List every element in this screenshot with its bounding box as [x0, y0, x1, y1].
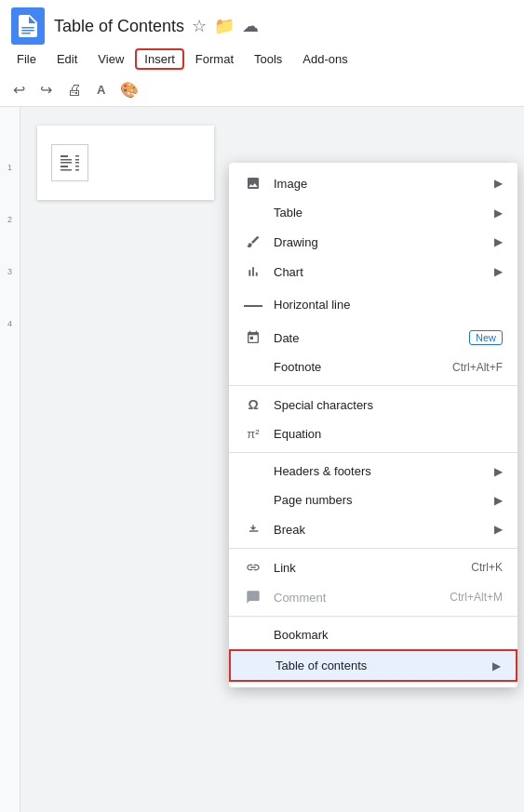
comment-icon: [244, 590, 262, 605]
footnote-shortcut: Ctrl+Alt+F: [452, 361, 503, 374]
equation-label: Equation: [274, 427, 503, 441]
document-area: 1 2 3 4: [0, 107, 524, 812]
doc-page: [37, 126, 214, 200]
svg-rect-10: [75, 162, 79, 164]
menu-item-image[interactable]: Image ▶: [229, 168, 517, 198]
drawing-label: Drawing: [274, 235, 494, 249]
headers-footers-arrow: ▶: [494, 465, 503, 478]
special-characters-label: Special characters: [274, 398, 503, 412]
omega-icon: Ω: [244, 397, 262, 412]
break-icon: [244, 522, 262, 537]
chart-arrow: ▶: [494, 265, 503, 278]
menu-item-date[interactable]: Date New: [229, 323, 517, 353]
svg-rect-4: [60, 159, 72, 161]
break-arrow: ▶: [494, 523, 503, 536]
table-label: Table: [274, 206, 494, 220]
svg-rect-5: [60, 162, 72, 164]
insert-dropdown: Image ▶ Table ▶ Drawing ▶ Chart ▶ —: [229, 163, 517, 687]
menu-item-chart[interactable]: Chart ▶: [229, 257, 517, 286]
link-icon: [244, 560, 262, 575]
page-numbers-arrow: ▶: [494, 494, 503, 507]
print-button[interactable]: 🖨: [61, 78, 87, 102]
menu-item-horizontal-line[interactable]: — Horizontal line: [229, 286, 517, 323]
link-label: Link: [274, 561, 471, 575]
menu-item-special-characters[interactable]: Ω Special characters: [229, 390, 517, 419]
divider-4: [229, 616, 517, 617]
new-badge: New: [469, 330, 503, 345]
table-arrow: ▶: [494, 206, 503, 220]
chart-icon: [244, 264, 262, 279]
menu-edit[interactable]: Edit: [47, 48, 87, 70]
drawing-icon: [244, 234, 262, 249]
title-section: Table of Contents ☆ 📁 ☁: [54, 16, 513, 36]
ruler-mark-3: 3: [7, 267, 12, 276]
title-bar: Table of Contents ☆ 📁 ☁: [0, 0, 524, 45]
horizontal-line-label: Horizontal line: [274, 298, 503, 312]
title-icons: ☆ 📁 ☁: [192, 16, 259, 36]
image-label: Image: [274, 177, 494, 191]
chart-label: Chart: [274, 265, 494, 279]
menu-item-table[interactable]: Table ▶: [229, 198, 517, 227]
menu-item-comment[interactable]: Comment Ctrl+Alt+M: [229, 582, 517, 612]
headers-footers-label: Headers & footers: [274, 464, 494, 478]
comment-shortcut: Ctrl+Alt+M: [450, 591, 503, 604]
menu-item-equation[interactable]: π² Equation: [229, 419, 517, 448]
svg-rect-2: [21, 33, 31, 34]
menu-insert[interactable]: Insert: [135, 48, 184, 70]
cloud-icon[interactable]: ☁: [242, 16, 259, 36]
menu-item-page-numbers[interactable]: Page numbers ▶: [229, 486, 517, 514]
spell-check-button[interactable]: A: [91, 79, 111, 100]
divider-1: [229, 385, 517, 386]
date-label: Date: [274, 331, 469, 345]
footnote-label: Footnote: [274, 360, 452, 374]
paint-format-button[interactable]: 🎨: [114, 77, 144, 102]
divider-3: [229, 548, 517, 549]
svg-rect-0: [21, 27, 34, 29]
toolbar: ↩ ↪ 🖨 A 🎨: [0, 73, 524, 107]
image-icon: [244, 176, 262, 191]
toc-icon: [51, 144, 88, 181]
svg-rect-6: [60, 166, 68, 167]
menu-item-table-of-contents[interactable]: Table of contents ▶: [229, 649, 517, 682]
ruler-mark-4: 4: [7, 319, 12, 328]
svg-rect-7: [60, 169, 72, 171]
redo-button[interactable]: ↪: [34, 77, 58, 102]
menu-item-bookmark[interactable]: Bookmark: [229, 620, 517, 649]
date-icon: [244, 330, 262, 345]
divider-2: [229, 452, 517, 453]
folder-icon[interactable]: 📁: [214, 16, 235, 36]
menu-view[interactable]: View: [88, 48, 133, 70]
title-row: Table of Contents ☆ 📁 ☁: [54, 16, 513, 36]
menu-format[interactable]: Format: [186, 48, 243, 70]
menu-file[interactable]: File: [7, 48, 46, 70]
break-label: Break: [274, 523, 494, 537]
doc-icon: [11, 7, 45, 45]
bookmark-label: Bookmark: [274, 628, 503, 642]
menu-addons[interactable]: Add-ons: [293, 48, 356, 70]
table-of-contents-arrow: ▶: [492, 659, 501, 672]
svg-rect-11: [75, 166, 79, 167]
undo-button[interactable]: ↩: [7, 77, 31, 102]
ruler-mark-1: 1: [7, 163, 12, 172]
link-shortcut: Ctrl+K: [471, 561, 503, 574]
horizontal-line-icon: —: [244, 294, 262, 315]
menu-bar: File Edit View Insert Format Tools Add-o…: [0, 45, 524, 73]
svg-rect-1: [21, 30, 34, 32]
menu-tools[interactable]: Tools: [245, 48, 291, 70]
menu-item-break[interactable]: Break ▶: [229, 514, 517, 544]
svg-rect-8: [75, 155, 79, 157]
menu-item-link[interactable]: Link Ctrl+K: [229, 552, 517, 582]
pi-icon: π²: [244, 427, 262, 441]
table-of-contents-label: Table of contents: [275, 659, 492, 672]
svg-rect-12: [75, 169, 79, 171]
menu-item-headers-footers[interactable]: Headers & footers ▶: [229, 457, 517, 486]
comment-label: Comment: [274, 591, 450, 605]
page-numbers-label: Page numbers: [274, 493, 494, 507]
ruler-left: 1 2 3 4: [0, 107, 20, 812]
star-icon[interactable]: ☆: [192, 16, 207, 36]
menu-item-drawing[interactable]: Drawing ▶: [229, 227, 517, 257]
svg-rect-3: [60, 155, 68, 157]
menu-item-footnote[interactable]: Footnote Ctrl+Alt+F: [229, 353, 517, 381]
svg-rect-9: [75, 159, 79, 161]
image-arrow: ▶: [494, 177, 503, 190]
